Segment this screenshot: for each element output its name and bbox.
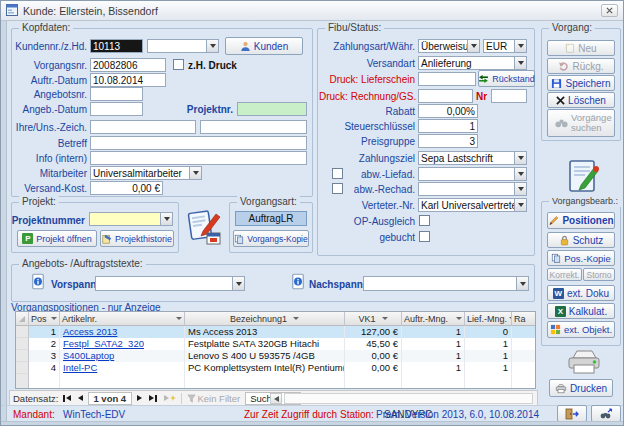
ihre-zeichen-field[interactable] — [90, 120, 196, 134]
column-header-artikelnr[interactable]: Artikelnr. — [60, 312, 185, 326]
nachspann-combo[interactable] — [363, 276, 529, 291]
next-record-button[interactable] — [135, 394, 144, 402]
artikelnr-link[interactable]: Festpl_SATA2_320 — [63, 338, 144, 349]
projekthistorie-button[interactable]: Projekthistorie — [100, 230, 174, 247]
row-selector[interactable] — [16, 338, 29, 350]
hscroll-track[interactable] — [284, 393, 533, 404]
column-header-auftr-mng[interactable]: Auftr.-Mng. — [402, 312, 465, 326]
first-record-button[interactable] — [61, 394, 73, 403]
select-all-corner[interactable] — [16, 312, 29, 326]
dropdown-arrow-icon[interactable] — [206, 40, 218, 52]
rueckgaengig-button[interactable]: Rückg. — [547, 58, 615, 74]
table-row[interactable]: 2 Festpl_SATA2_320 Festplatte SATA 320GB… — [16, 338, 535, 350]
projekt-oeffnen-button[interactable]: P Projekt öffnen — [17, 230, 97, 247]
vorgangsnr-field[interactable]: 20082806 — [90, 58, 166, 72]
korrekt-button[interactable]: Korrekt. — [547, 268, 582, 281]
uns-zeichen-field[interactable] — [200, 120, 307, 134]
waehrung-combo[interactable]: EUR — [483, 39, 527, 53]
table-row[interactable]: 4 Intel-PC PC Komplettsystem Intel(R) Pe… — [16, 362, 535, 374]
info-intern-field[interactable] — [90, 151, 307, 165]
dropdown-arrow-icon[interactable] — [160, 213, 172, 225]
table-row[interactable]: 3 S400Laptop Lenovo S 400 U 593575 /4GB … — [16, 350, 535, 362]
dropdown-arrow-icon[interactable] — [232, 277, 244, 290]
close-button[interactable] — [601, 4, 618, 17]
rechnung-nr-field[interactable] — [491, 89, 527, 103]
row-selector[interactable] — [16, 326, 29, 338]
zahlungsziel-combo[interactable]: Sepa Lastschrift — [418, 151, 527, 165]
dropdown-arrow-icon[interactable] — [516, 277, 528, 290]
row-selector[interactable] — [16, 362, 29, 374]
column-header-bezeichnung1[interactable]: Bezeichnung1 — [185, 312, 345, 326]
column-header-lief-mng[interactable]: Lief.-Mng. — [465, 312, 512, 326]
vorspann-combo[interactable] — [95, 276, 245, 291]
neu-button[interactable]: Neu — [547, 40, 615, 56]
projektnr-field[interactable] — [237, 102, 307, 116]
abw-rechad-checkbox[interactable] — [332, 183, 343, 194]
column-header-vk1[interactable]: VK1 — [345, 312, 402, 326]
column-header-ra[interactable]: Ra — [512, 312, 535, 326]
vorgaenge-suchen-button[interactable]: Vorgänge suchen — [547, 109, 615, 137]
schutz-button[interactable]: Schutz — [547, 232, 615, 248]
drucken-button[interactable]: Drucken — [549, 379, 613, 397]
last-record-button[interactable] — [147, 394, 159, 403]
vorspann-info-icon[interactable] — [31, 273, 45, 294]
lieferschein-field[interactable] — [418, 72, 476, 86]
zh-druck-checkbox[interactable] — [173, 59, 184, 70]
pos-kopie-button[interactable]: Pos.-Kopie — [547, 250, 615, 266]
nachspann-info-icon[interactable] — [291, 273, 305, 294]
exit-button[interactable] — [557, 405, 587, 422]
abw-liefad-checkbox[interactable] — [332, 168, 343, 179]
abw-liefad-combo[interactable] — [418, 167, 527, 181]
kundennr-zhd-combo[interactable] — [147, 39, 219, 53]
row-selector[interactable] — [16, 350, 29, 362]
notiz-kalender-icon[interactable] — [185, 207, 223, 251]
vorgangs-kopie-button[interactable]: Vorgangs-Kopie — [233, 230, 309, 247]
angebotsnr-field[interactable] — [90, 87, 143, 101]
versandart-combo[interactable]: Anlieferung — [418, 56, 527, 70]
ext-doku-button[interactable]: W ext. Doku — [547, 285, 615, 301]
zahlungsart-combo[interactable]: Überweisung — [418, 39, 480, 53]
hscroll-left-button[interactable] — [270, 393, 282, 404]
mitarbeiter-combo[interactable]: Universalmitarbeiter — [90, 166, 202, 180]
artikelnr-link[interactable]: Access 2013 — [63, 326, 117, 337]
dropdown-arrow-icon[interactable] — [189, 167, 201, 179]
filter-indicator[interactable]: Kein Filter — [185, 392, 242, 405]
dropdown-arrow-icon[interactable] — [514, 152, 526, 164]
record-position-field[interactable]: 1 von 4 — [88, 392, 132, 405]
auftr-datum-field[interactable]: 10.08.2014 — [90, 73, 166, 87]
artikelnr-link[interactable]: Intel-PC — [63, 362, 97, 373]
find-next-button[interactable] — [591, 405, 621, 422]
projektnummer-combo[interactable] — [89, 212, 173, 226]
artikelnr-link[interactable]: S400Laptop — [63, 350, 114, 361]
dropdown-arrow-icon[interactable] — [514, 183, 526, 195]
preisgruppe-field[interactable]: 3 — [418, 134, 478, 148]
ext-objekt-button[interactable]: ext. Objekt. — [547, 321, 615, 338]
column-header-pos[interactable]: Pos — [29, 312, 60, 326]
row-selector[interactable] — [16, 374, 29, 389]
table-row[interactable]: 1 Access 2013 Ms Access 2013 127,00 € 1 … — [16, 326, 535, 338]
rechnung-field[interactable] — [418, 89, 473, 103]
gebucht-checkbox[interactable] — [419, 231, 430, 242]
op-ausgleich-checkbox[interactable] — [419, 215, 430, 226]
kalkulation-button[interactable]: X Kalkulat. — [547, 303, 615, 319]
storno-button[interactable]: Storno — [583, 268, 615, 281]
versand-kost-field[interactable]: 0,00 € — [90, 181, 163, 195]
previous-record-button[interactable] — [76, 394, 85, 402]
loeschen-button[interactable]: Löschen — [547, 92, 615, 108]
rueckstand-button[interactable]: Rückstand — [478, 70, 535, 87]
dropdown-arrow-icon[interactable] — [514, 199, 526, 211]
printer-icon[interactable] — [565, 348, 603, 380]
dropdown-arrow-icon[interactable] — [467, 40, 479, 52]
positionen-button[interactable]: Positionen — [547, 212, 615, 229]
kundennr-field[interactable]: 10113 — [90, 39, 143, 53]
abw-rechad-combo[interactable] — [418, 182, 527, 196]
rabatt-field[interactable]: 0,00% — [418, 104, 478, 118]
vertreter-combo[interactable]: Karl Universalvertreter — [418, 198, 527, 212]
angeb-datum-field[interactable] — [90, 102, 143, 116]
steuerschluessel-field[interactable]: 1 — [418, 119, 478, 133]
speichern-button[interactable]: Speichern — [547, 75, 615, 91]
new-record-button[interactable] — [162, 394, 178, 402]
dropdown-arrow-icon[interactable] — [514, 40, 526, 52]
dropdown-arrow-icon[interactable] — [514, 57, 526, 69]
kunden-button[interactable]: Kunden — [225, 37, 303, 55]
